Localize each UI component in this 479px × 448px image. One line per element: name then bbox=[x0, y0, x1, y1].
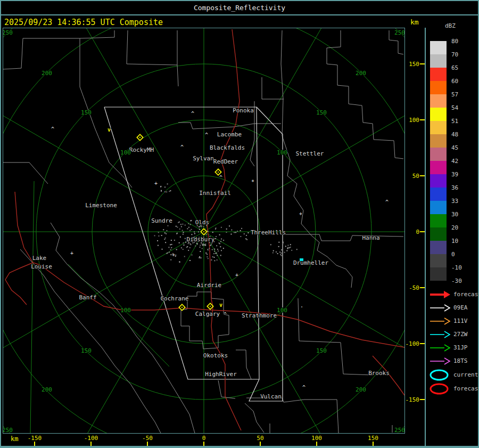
city-label: Louise bbox=[31, 263, 52, 270]
echo-speckle bbox=[223, 248, 224, 249]
boundary-line bbox=[236, 350, 251, 379]
echo-speckle bbox=[219, 234, 220, 235]
right-axis-tick bbox=[420, 175, 425, 176]
echo-speckle bbox=[287, 245, 288, 246]
echo-speckle bbox=[216, 227, 217, 229]
range-ring-label: 200 bbox=[356, 386, 366, 393]
echo-speckle bbox=[195, 246, 196, 247]
echo-speckle bbox=[199, 226, 200, 227]
echo-speckle bbox=[189, 243, 191, 245]
echo-speckle bbox=[180, 237, 181, 238]
echo-speckle bbox=[240, 236, 241, 237]
echo-speckle bbox=[171, 244, 172, 245]
legend-label: 27ZW bbox=[453, 331, 468, 338]
colorbar-label: 65 bbox=[451, 64, 458, 71]
echo-speckle bbox=[215, 238, 216, 239]
echo-speckle bbox=[189, 230, 191, 231]
radar-site-diamond-icon bbox=[201, 229, 207, 234]
range-ring-label: 250 bbox=[3, 29, 13, 36]
echo-speckle bbox=[185, 238, 186, 239]
colorbar-label: -30 bbox=[451, 278, 462, 284]
point-marker: . bbox=[163, 188, 167, 193]
echo-speckle bbox=[200, 245, 201, 246]
city-label: Airdrie bbox=[197, 282, 221, 289]
echo-speckle bbox=[218, 242, 219, 243]
map-canvas[interactable]: PonokaLacombeBlackfaldsSylvanRedDeerRock… bbox=[3, 28, 405, 434]
colorbar-swatch bbox=[430, 241, 447, 254]
echo-speckle bbox=[240, 230, 241, 231]
range-ring-label: 200 bbox=[356, 70, 366, 77]
colorbar-swatch bbox=[430, 68, 447, 81]
echo-speckle bbox=[170, 190, 171, 191]
city-label: Hanna bbox=[362, 234, 379, 241]
graticule-line bbox=[30, 181, 34, 433]
colorbar-swatch bbox=[430, 94, 447, 108]
legend-label: forecast bbox=[453, 385, 479, 392]
echo-speckle bbox=[207, 231, 208, 232]
map-svg: PonokaLacombeBlackfaldsSylvanRedDeerRock… bbox=[3, 28, 404, 433]
colorbar-swatch bbox=[430, 148, 447, 161]
city-label: Didsbury bbox=[187, 236, 215, 243]
point-marker: ^ bbox=[385, 199, 389, 205]
range-ring-label: 200 bbox=[42, 70, 52, 77]
echo-speckle bbox=[199, 256, 200, 257]
echo-speckle bbox=[283, 242, 284, 243]
echo-speckle bbox=[216, 252, 217, 254]
colorbar-label: 57 bbox=[451, 91, 458, 98]
colorbar-swatch bbox=[430, 108, 447, 121]
echo-speckle bbox=[287, 248, 288, 249]
legend-label: 18TS bbox=[453, 357, 468, 364]
echo-speckle bbox=[188, 227, 189, 228]
echo-speckle bbox=[205, 252, 207, 254]
colorbar-swatch bbox=[430, 134, 447, 148]
radar-app-window: { "window": { "title": "Composite_Reflec… bbox=[0, 0, 479, 448]
echo-speckle bbox=[284, 252, 285, 253]
legend-label: 09EA bbox=[453, 304, 468, 311]
echo-speckle bbox=[158, 232, 159, 233]
echo-speckle bbox=[182, 224, 183, 225]
point-marker: + bbox=[299, 211, 302, 217]
echo-speckle bbox=[183, 232, 184, 233]
legend-row: current bbox=[429, 371, 478, 379]
boundary-line bbox=[327, 30, 403, 159]
echo-speckle bbox=[171, 247, 172, 248]
bottom-axis-tick-label: 50 bbox=[247, 435, 274, 442]
echo-speckle bbox=[208, 258, 209, 259]
bottom-axis-tick bbox=[34, 442, 35, 446]
echo-speckle bbox=[167, 252, 168, 253]
legend-row: forecast bbox=[429, 385, 478, 393]
point-marker: + bbox=[235, 272, 238, 278]
range-ring-label: 100 bbox=[277, 149, 287, 156]
boundary-line bbox=[285, 234, 403, 241]
legend-label: forecast bbox=[453, 291, 479, 298]
radial-line bbox=[55, 232, 204, 433]
echo-speckle bbox=[170, 249, 171, 250]
echo-speckle bbox=[237, 231, 238, 232]
legend-row: 09EA bbox=[429, 304, 478, 312]
echo-speckle bbox=[246, 235, 247, 236]
echo-speckle bbox=[187, 228, 188, 229]
point-marker: + bbox=[172, 252, 175, 258]
echo-speckle bbox=[216, 245, 217, 246]
echo-speckle bbox=[289, 247, 290, 248]
point-marker: ^ bbox=[51, 126, 54, 132]
echo-speckle bbox=[217, 249, 218, 250]
bottom-axis-tick bbox=[147, 442, 148, 446]
echo-speckle bbox=[165, 242, 166, 243]
colorbar-swatch bbox=[430, 227, 447, 241]
point-marker: * bbox=[251, 179, 254, 185]
colorbar-swatch bbox=[430, 41, 447, 54]
city-label: Lacombe bbox=[217, 131, 242, 138]
echo-speckle bbox=[202, 248, 203, 249]
echo-speckle bbox=[202, 245, 203, 246]
echo-speckle bbox=[181, 226, 182, 227]
echo-speckle bbox=[175, 256, 176, 257]
echo-speckle bbox=[180, 224, 181, 225]
echo-speckle bbox=[214, 251, 215, 252]
echo-speckle bbox=[229, 225, 230, 226]
city-label: Innisfail bbox=[199, 190, 231, 197]
echo-speckle bbox=[287, 247, 288, 248]
bottom-axis-tick bbox=[90, 442, 92, 446]
radial-line bbox=[3, 83, 204, 232]
echo-speckle bbox=[203, 243, 204, 245]
